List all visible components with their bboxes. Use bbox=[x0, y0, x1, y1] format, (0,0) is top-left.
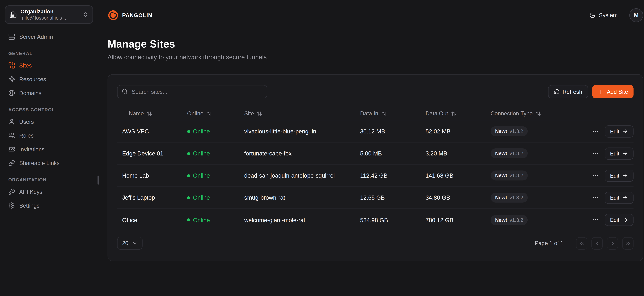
globe-icon bbox=[8, 90, 15, 96]
connection-type-badge: Newt v1.3.2 bbox=[490, 148, 528, 158]
connection-type-badge: Newt v1.3.2 bbox=[490, 192, 528, 202]
search-input[interactable] bbox=[117, 85, 267, 98]
edit-label: Edit bbox=[610, 172, 620, 179]
connection-type-cell: Newt v1.3.2 bbox=[490, 170, 586, 180]
sidebar-item-invitations[interactable]: Invitations bbox=[5, 143, 93, 156]
sidebar-item-label: Domains bbox=[19, 90, 41, 96]
connection-name: Newt bbox=[495, 217, 507, 223]
waypoints-icon bbox=[8, 76, 15, 82]
data-in-cell: 5.00 MB bbox=[360, 150, 426, 157]
site-status-cell: Online bbox=[187, 194, 244, 201]
connection-type-cell: Newt v1.3.2 bbox=[490, 126, 586, 136]
table-row: Edge Device 01 Online fortunate-cape-fox… bbox=[117, 142, 634, 165]
pangolin-logo-icon bbox=[108, 10, 119, 20]
search-icon bbox=[122, 88, 128, 95]
sidebar-item-api-keys[interactable]: API Keys bbox=[5, 186, 93, 198]
avatar-initial: M bbox=[634, 12, 638, 18]
connection-version: v1.3.2 bbox=[510, 195, 523, 200]
first-page-button[interactable] bbox=[576, 237, 587, 250]
previous-page-button[interactable] bbox=[592, 237, 603, 250]
site-name-cell: Home Lab bbox=[117, 172, 187, 179]
sidebar-item-sites[interactable]: Sites bbox=[5, 59, 93, 72]
column-header-data-in[interactable]: Data In bbox=[360, 110, 426, 116]
sidebar-item-settings[interactable]: Settings bbox=[5, 199, 93, 212]
connection-version: v1.3.2 bbox=[510, 128, 523, 134]
data-out-cell: 141.68 GB bbox=[426, 172, 490, 179]
row-actions-cell: Edit bbox=[586, 214, 634, 226]
theme-toggle-button[interactable]: System bbox=[587, 12, 620, 18]
sort-icon bbox=[206, 111, 212, 116]
connection-name: Newt bbox=[495, 195, 507, 200]
sort-icon bbox=[147, 111, 152, 116]
edit-button[interactable]: Edit bbox=[604, 170, 634, 182]
row-actions-cell: Edit bbox=[586, 192, 634, 204]
table-row: Office Online welcome-giant-mole-rat 534… bbox=[117, 209, 634, 231]
sidebar-section-organization: ORGANIZATION bbox=[5, 177, 93, 182]
sidebar-item-users[interactable]: Users bbox=[5, 116, 93, 128]
org-title: Organization bbox=[20, 8, 79, 15]
brand: PANGOLIN bbox=[108, 10, 152, 20]
connection-name: Newt bbox=[495, 172, 507, 178]
connection-name: Newt bbox=[495, 128, 507, 134]
add-site-button[interactable]: Add Site bbox=[592, 85, 634, 98]
sidebar-item-label: API Keys bbox=[19, 188, 42, 195]
column-header-connection-type[interactable]: Connection Type bbox=[490, 110, 586, 116]
row-menu-button[interactable] bbox=[592, 150, 599, 157]
column-header-online[interactable]: Online bbox=[187, 110, 244, 116]
arrow-right-icon bbox=[622, 195, 628, 200]
sidebar-item-label: Shareable Links bbox=[19, 160, 60, 166]
sidebar-item-label: Users bbox=[19, 119, 34, 125]
sidebar-item-domains[interactable]: Domains bbox=[5, 87, 93, 99]
sidebar-item-label: Invitations bbox=[19, 146, 44, 152]
column-header-name[interactable]: Name bbox=[117, 110, 187, 116]
search-box bbox=[117, 85, 267, 98]
row-menu-button[interactable] bbox=[592, 216, 599, 224]
avatar[interactable]: M bbox=[629, 8, 643, 22]
page-size-select[interactable]: 20 bbox=[117, 237, 142, 250]
arrow-right-icon bbox=[622, 150, 628, 156]
edit-button[interactable]: Edit bbox=[604, 192, 634, 204]
sort-icon bbox=[381, 111, 386, 116]
site-status-cell: Online bbox=[187, 150, 244, 157]
toolbar: Refresh Add Site bbox=[117, 85, 634, 98]
online-status: Online bbox=[187, 216, 244, 223]
row-menu-button[interactable] bbox=[592, 172, 599, 179]
refresh-button[interactable]: Refresh bbox=[548, 85, 588, 98]
sidebar-item-server-admin[interactable]: Server Admin bbox=[5, 30, 93, 43]
site-id-cell: fortunate-cape-fox bbox=[244, 150, 360, 157]
last-page-button[interactable] bbox=[622, 237, 634, 250]
sidebar-resize-handle[interactable] bbox=[98, 176, 99, 184]
column-header-site[interactable]: Site bbox=[244, 110, 360, 116]
edit-button[interactable]: Edit bbox=[604, 125, 634, 137]
sort-icon bbox=[536, 111, 541, 116]
online-status-dot bbox=[187, 218, 190, 222]
edit-button[interactable]: Edit bbox=[604, 147, 634, 160]
chevron-right-icon bbox=[610, 240, 616, 246]
sort-icon bbox=[451, 111, 456, 116]
edit-button[interactable]: Edit bbox=[604, 214, 634, 226]
site-id-cell: smug-brown-rat bbox=[244, 194, 360, 201]
table-body: AWS VPC Online vivacious-little-blue-pen… bbox=[117, 120, 634, 231]
column-header-data-out[interactable]: Data Out bbox=[426, 110, 490, 116]
refresh-label: Refresh bbox=[562, 88, 582, 95]
table-row: Home Lab Online dead-san-joaquin-antelop… bbox=[117, 164, 634, 187]
sidebar-item-shareable-links[interactable]: Shareable Links bbox=[5, 157, 93, 169]
users-icon bbox=[8, 132, 15, 139]
table-header: Name Online Site Data In bbox=[117, 107, 634, 120]
row-menu-button[interactable] bbox=[592, 194, 599, 201]
edit-label: Edit bbox=[610, 217, 620, 223]
edit-label: Edit bbox=[610, 150, 620, 157]
online-status-label: Online bbox=[193, 128, 210, 134]
online-status-dot bbox=[187, 196, 190, 199]
building-icon bbox=[10, 11, 16, 18]
arrow-right-icon bbox=[622, 172, 628, 178]
page-status: Page 1 of 1 bbox=[535, 240, 564, 246]
sidebar-item-resources[interactable]: Resources bbox=[5, 73, 93, 86]
org-switcher[interactable]: Organization milo@fossorial.io's ... bbox=[5, 6, 93, 24]
row-menu-button[interactable] bbox=[592, 128, 599, 135]
arrow-right-icon bbox=[622, 128, 628, 134]
next-page-button[interactable] bbox=[607, 237, 618, 250]
sidebar-item-roles[interactable]: Roles bbox=[5, 129, 93, 142]
ellipsis-icon bbox=[592, 194, 599, 201]
site-name-cell: Office bbox=[117, 216, 187, 223]
